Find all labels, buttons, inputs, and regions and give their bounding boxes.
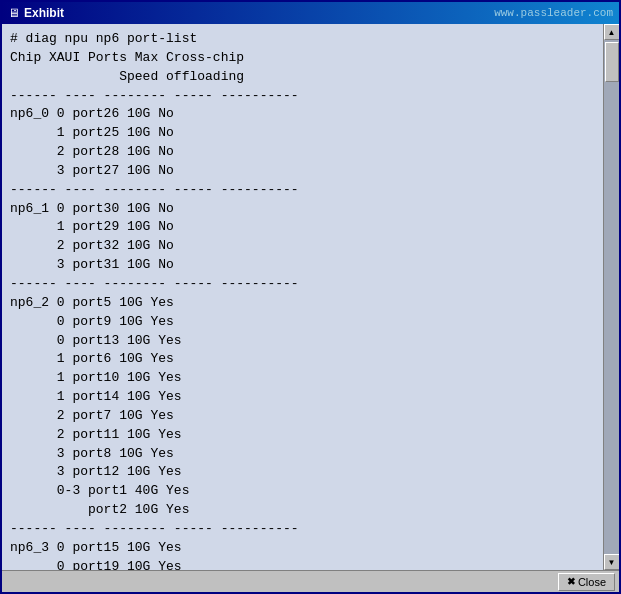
close-label: Close [578, 576, 606, 588]
content-area: # diag npu np6 port-list Chip XAUI Ports… [2, 24, 619, 570]
status-bar: ✖ Close [2, 570, 619, 592]
window-title: Exhibit [24, 6, 64, 20]
scrollbar-track[interactable] [604, 40, 619, 554]
scroll-down-arrow: ▼ [608, 558, 616, 567]
scroll-down-button[interactable]: ▼ [604, 554, 620, 570]
scroll-up-arrow: ▲ [608, 28, 616, 37]
exhibit-window: 🖥 Exhibit www.passleader.com # diag npu … [0, 0, 621, 594]
watermark-text: www.passleader.com [494, 7, 613, 19]
close-button[interactable]: ✖ Close [558, 573, 615, 591]
close-icon: ✖ [567, 576, 575, 587]
window-icon: 🖥 [8, 6, 20, 20]
terminal-output[interactable]: # diag npu np6 port-list Chip XAUI Ports… [2, 24, 603, 570]
title-bar-left: 🖥 Exhibit [8, 6, 64, 20]
title-bar: 🖥 Exhibit www.passleader.com [2, 2, 619, 24]
scroll-up-button[interactable]: ▲ [604, 24, 620, 40]
scrollbar-thumb[interactable] [605, 42, 619, 82]
scrollbar[interactable]: ▲ ▼ [603, 24, 619, 570]
terminal-text: # diag npu np6 port-list Chip XAUI Ports… [10, 30, 595, 570]
title-bar-right: www.passleader.com [494, 7, 613, 19]
